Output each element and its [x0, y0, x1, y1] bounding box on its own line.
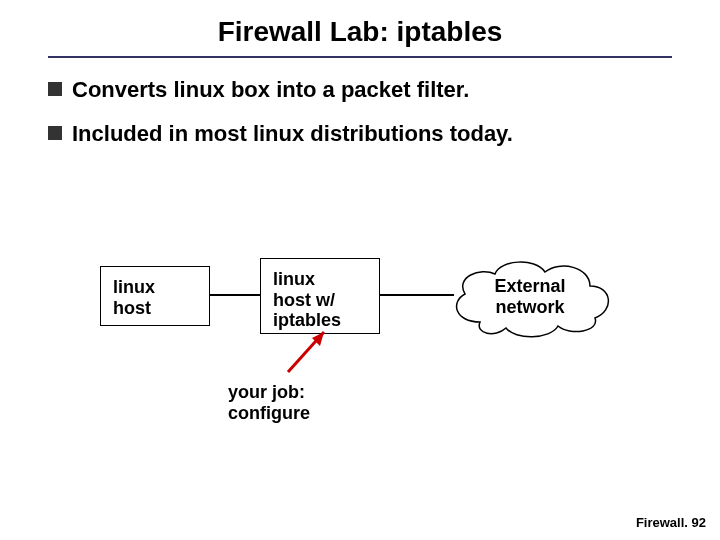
external-network-cloud: Externalnetwork	[440, 252, 620, 342]
square-bullet-icon	[48, 82, 62, 96]
linux-host-box: linuxhost	[100, 266, 210, 326]
annotation-text: your job:configure	[228, 382, 310, 423]
bullet-list: Converts linux box into a packet filter.…	[48, 76, 672, 163]
title-underline	[48, 56, 672, 58]
square-bullet-icon	[48, 126, 62, 140]
slide: Firewall Lab: iptables Converts linux bo…	[0, 0, 720, 540]
slide-title: Firewall Lab: iptables	[0, 16, 720, 48]
cloud-label: Externalnetwork	[440, 252, 620, 342]
bullet-text: Converts linux box into a packet filter.	[72, 76, 469, 104]
bullet-item: Converts linux box into a packet filter.	[48, 76, 672, 104]
network-diagram: linuxhost linuxhost w/iptables Externaln…	[100, 240, 660, 360]
slide-footer: Firewall. 92	[636, 515, 706, 530]
arrow-icon	[280, 320, 340, 380]
bullet-text: Included in most linux distributions tod…	[72, 120, 513, 148]
bullet-item: Included in most linux distributions tod…	[48, 120, 672, 148]
connector-line	[210, 294, 260, 296]
